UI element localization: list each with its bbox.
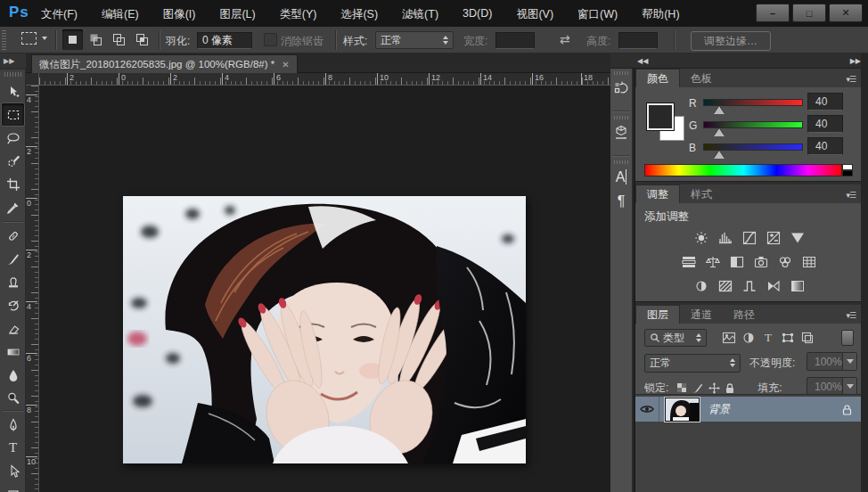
filter-pixel-layers-icon[interactable] — [719, 330, 739, 346]
filter-type-layers-icon[interactable]: T — [758, 330, 778, 346]
spot-healing-brush-tool[interactable] — [2, 225, 24, 247]
type-tool[interactable]: T — [2, 437, 24, 459]
menu-3d[interactable]: 3D(D) — [463, 7, 492, 22]
blur-tool[interactable] — [2, 364, 24, 386]
tab-color[interactable]: 颜色 — [635, 69, 680, 87]
adjustment-curves[interactable] — [739, 229, 760, 246]
adjustment-photo-filter[interactable] — [750, 253, 772, 270]
menu-edit[interactable]: 编辑(E) — [102, 7, 139, 22]
canvas-area[interactable] — [39, 86, 610, 492]
tool-preset[interactable] — [21, 32, 47, 45]
menu-type[interactable]: 类型(Y) — [280, 7, 317, 22]
tab-swatches[interactable]: 色板 — [680, 70, 723, 87]
layer-thumbnail[interactable] — [665, 398, 700, 422]
dock-collapse-icon[interactable]: ▶▶ — [850, 57, 861, 65]
selection-add-button[interactable] — [86, 29, 106, 50]
channel-g-slider[interactable] — [703, 121, 803, 128]
blend-mode-dropdown[interactable]: 正常 — [644, 354, 741, 373]
adjustment-hue-saturation[interactable] — [678, 253, 700, 270]
move-tool[interactable] — [2, 80, 24, 102]
properties-panel-button[interactable] — [610, 113, 632, 141]
adjustment-levels[interactable] — [715, 229, 736, 246]
maximize-button[interactable]: □ — [792, 4, 826, 22]
spectrum-white-swatch[interactable] — [842, 164, 853, 170]
tab-styles[interactable]: 样式 — [680, 185, 723, 203]
layer-row-background[interactable]: 背景 — [635, 397, 861, 422]
history-panel-button[interactable] — [610, 69, 632, 96]
gradient-tool[interactable] — [2, 340, 24, 363]
adjustment-exposure[interactable] — [763, 229, 784, 246]
opacity-dropdown[interactable]: 100% — [807, 352, 857, 371]
menu-view[interactable]: 视图(V) — [516, 7, 553, 22]
pen-tool[interactable] — [2, 414, 24, 436]
channel-r-thumb[interactable] — [714, 106, 725, 114]
foreground-color-swatch[interactable] — [647, 103, 674, 130]
adjustment-channel-mixer[interactable] — [774, 253, 796, 270]
eyedropper-tool[interactable] — [2, 196, 24, 218]
dodge-tool[interactable] — [2, 387, 24, 409]
filter-toggle-button[interactable] — [841, 330, 854, 346]
menu-layer[interactable]: 图层(L) — [219, 7, 255, 22]
selection-new-button[interactable] — [62, 29, 83, 50]
ruler-origin-box[interactable] — [26, 73, 39, 86]
menu-filter[interactable]: 滤镜(T) — [402, 7, 438, 22]
channel-b-slider[interactable] — [703, 144, 803, 151]
options-bar-gripper[interactable] — [2, 30, 6, 50]
tab-adjustments[interactable]: 调整 — [635, 184, 680, 203]
channel-r-value[interactable]: 40 — [807, 93, 843, 111]
tab-channels[interactable]: 通道 — [680, 306, 723, 324]
refine-edge-button[interactable]: 调整边缘… — [691, 31, 771, 51]
toolbar-collapse[interactable]: ▶▶ — [0, 53, 26, 70]
menu-help[interactable]: 帮助(H) — [642, 7, 679, 22]
history-brush-tool[interactable] — [2, 294, 24, 316]
rectangular-marquee-tool[interactable] — [2, 103, 24, 126]
adjustment-posterize[interactable] — [715, 277, 736, 294]
path-selection-tool[interactable] — [2, 460, 24, 482]
antialias-checkbox[interactable] — [264, 33, 277, 46]
feather-input[interactable]: 0 像素 — [197, 32, 252, 49]
channel-r-slider[interactable] — [703, 99, 803, 106]
adjustment-brightness-contrast[interactable] — [691, 229, 712, 246]
menu-image[interactable]: 图像(I) — [163, 7, 196, 22]
panel-menu-icon[interactable]: ▾☰ — [846, 191, 856, 200]
layer-visibility-toggle[interactable] — [635, 397, 659, 422]
lasso-tool[interactable] — [2, 127, 24, 149]
tab-layers[interactable]: 图层 — [635, 305, 680, 324]
ruler-vertical[interactable]: 420246810 — [26, 86, 39, 492]
tab-paths[interactable]: 路径 — [723, 306, 766, 324]
adjustment-black-white[interactable] — [726, 253, 748, 270]
channel-g-thumb[interactable] — [714, 128, 725, 136]
crop-tool[interactable] — [2, 173, 24, 195]
adjustment-color-lookup[interactable] — [798, 253, 820, 270]
toolbar-gripper[interactable] — [4, 72, 21, 77]
filter-shape-layers-icon[interactable] — [778, 330, 798, 346]
tab-close-icon[interactable]: ✕ — [282, 60, 289, 70]
document-image[interactable] — [123, 196, 526, 463]
height-input[interactable] — [618, 32, 658, 49]
adjustment-color-balance[interactable] — [702, 253, 724, 270]
brush-tool[interactable] — [2, 248, 24, 270]
filter-smart-objects-icon[interactable] — [798, 330, 817, 346]
adjustment-gradient-map[interactable] — [763, 277, 784, 294]
clone-stamp-tool[interactable] — [2, 271, 24, 293]
panel-menu-icon[interactable]: ▾☰ — [846, 75, 856, 84]
layer-filter-dropdown[interactable]: 类型 — [644, 329, 707, 347]
shape-tool[interactable] — [2, 483, 24, 492]
fill-dropdown[interactable]: 100% — [807, 377, 857, 396]
menu-select[interactable]: 选择(S) — [340, 7, 378, 22]
channel-b-thumb[interactable] — [714, 151, 725, 159]
document-tab[interactable]: 微信图片_20180126205835.jpg @ 100%(RGB/8#) *… — [31, 54, 298, 73]
ruler-horizontal[interactable]: 2024681012141618 — [39, 73, 610, 86]
width-input[interactable] — [495, 32, 535, 49]
adjustment-vibrance[interactable] — [787, 229, 808, 246]
selection-subtract-button[interactable] — [109, 29, 129, 50]
selection-intersect-button[interactable] — [132, 29, 152, 50]
style-dropdown[interactable]: 正常 — [375, 31, 454, 49]
minimize-button[interactable]: – — [756, 4, 790, 22]
swap-dimensions-icon[interactable]: ⇄ — [560, 32, 570, 46]
quick-selection-tool[interactable] — [2, 150, 24, 172]
adjustment-threshold[interactable] — [739, 277, 760, 294]
adjustment-invert[interactable] — [691, 277, 712, 294]
spectrum-black-swatch[interactable] — [842, 170, 853, 176]
menu-window[interactable]: 窗口(W) — [577, 7, 618, 22]
